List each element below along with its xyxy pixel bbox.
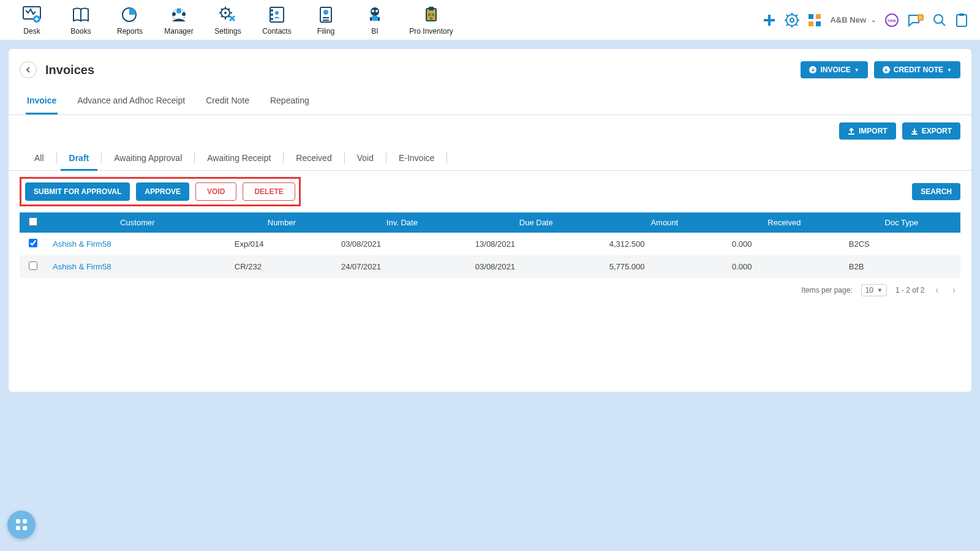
svg-rect-32: [816, 14, 821, 19]
nav-item-settings[interactable]: Settings: [208, 5, 247, 36]
svg-rect-21: [372, 16, 378, 21]
manager-icon: [169, 5, 189, 24]
tab-advance-adhoc[interactable]: Advance and Adhoc Receipt: [76, 92, 186, 114]
plus-circle-icon: +: [809, 66, 816, 73]
page-range: 1 - 2 of 2: [895, 286, 924, 294]
separator: [344, 152, 345, 163]
desk-icon: [22, 5, 42, 24]
customer-link[interactable]: Ashish & Firm58: [53, 262, 111, 271]
svg-rect-25: [429, 7, 434, 10]
tab-credit-note[interactable]: Credit Note: [205, 92, 251, 114]
nav-label: Reports: [117, 27, 143, 36]
caret-down-icon: ▼: [877, 287, 883, 293]
svg-rect-27: [432, 13, 434, 16]
nav-label: BI: [371, 27, 378, 36]
header-inv-date: Inv. Date: [335, 212, 469, 233]
svg-rect-33: [809, 21, 813, 26]
row-checkbox[interactable]: [29, 261, 37, 270]
gear-icon[interactable]: [785, 13, 799, 28]
separator: [101, 152, 102, 163]
table-header-row: Customer Number Inv. Date Due Date Amoun…: [20, 212, 960, 233]
approve-button[interactable]: APPROVE: [136, 182, 189, 201]
tab-invoice[interactable]: Invoice: [26, 92, 58, 114]
import-label: IMPORT: [859, 127, 888, 135]
per-page-select[interactable]: 10 ▼: [861, 284, 887, 296]
action-highlight-box: SUBMIT FOR APPROVAL APPROVE VOID DELETE: [20, 177, 301, 206]
submit-approval-button[interactable]: SUBMIT FOR APPROVAL: [25, 182, 130, 201]
export-label: EXPORT: [922, 127, 952, 135]
grid-icon: [15, 518, 28, 531]
search-button[interactable]: SEARCH: [912, 183, 960, 200]
cell-due-date: 03/08/2021: [469, 255, 603, 278]
nav-item-desk[interactable]: Desk: [12, 5, 51, 36]
nav-item-manager[interactable]: Manager: [159, 5, 198, 36]
void-button[interactable]: VOID: [195, 182, 236, 201]
prev-page-button[interactable]: ‹: [933, 285, 941, 296]
tab-e-invoice[interactable]: E-Invoice: [390, 152, 443, 164]
search-icon[interactable]: [932, 13, 947, 28]
credit-note-button[interactable]: + CREDIT NOTE ▼: [874, 61, 960, 78]
delete-button[interactable]: DELETE: [243, 182, 295, 201]
clipboard-icon[interactable]: [956, 13, 968, 28]
header-due-date: Due Date: [469, 212, 603, 233]
tab-awaiting-receipt[interactable]: Awaiting Receipt: [198, 152, 279, 164]
items-per-page-label: Items per page:: [801, 286, 852, 294]
invoice-button[interactable]: + INVOICE ▼: [801, 61, 867, 78]
settings-icon: [218, 5, 238, 24]
invoice-table: Customer Number Inv. Date Due Date Amoun…: [20, 212, 960, 278]
nav-item-filing[interactable]: Filing: [306, 5, 345, 36]
header-number: Number: [228, 212, 335, 233]
cell-inv-date: 24/07/2021: [335, 255, 469, 278]
tab-draft[interactable]: Draft: [61, 152, 98, 171]
tab-all[interactable]: All: [26, 152, 53, 164]
cell-inv-date: 03/08/2021: [335, 233, 469, 255]
new-badge-icon[interactable]: new: [884, 13, 899, 28]
separator: [56, 152, 57, 163]
floating-apps-button[interactable]: [7, 511, 36, 539]
nav-label: Settings: [214, 27, 241, 36]
apps-icon[interactable]: [808, 13, 821, 27]
svg-text:new: new: [888, 18, 896, 23]
nav-item-reports[interactable]: Reports: [110, 5, 149, 36]
notif-count: 0: [918, 14, 924, 21]
nav-item-contacts[interactable]: Contacts: [257, 5, 296, 36]
tab-void[interactable]: Void: [349, 152, 382, 164]
header-customer: Customer: [47, 212, 228, 233]
nav-item-books[interactable]: Books: [61, 5, 100, 36]
row-checkbox[interactable]: [29, 239, 37, 247]
notification-icon[interactable]: 0: [908, 13, 924, 28]
bi-icon: [365, 5, 385, 24]
org-selector[interactable]: A&B New ⌄: [830, 15, 876, 24]
export-button[interactable]: EXPORT: [902, 122, 960, 140]
tabs-main: Invoice Advance and Adhoc Receipt Credit…: [9, 84, 971, 115]
chevron-down-icon: ⌄: [871, 17, 876, 23]
nav-item-pro-inventory[interactable]: Pro Inventory: [404, 5, 458, 36]
inventory-icon: [421, 5, 441, 24]
tab-received[interactable]: Received: [287, 152, 340, 164]
svg-point-19: [372, 10, 374, 12]
nav-label: Pro Inventory: [409, 27, 453, 36]
customer-link[interactable]: Ashish & Firm58: [53, 239, 111, 249]
add-icon[interactable]: [763, 13, 776, 27]
filing-icon: [316, 5, 336, 24]
tab-repeating[interactable]: Repeating: [269, 92, 311, 114]
separator: [386, 152, 386, 163]
svg-rect-23: [378, 17, 380, 21]
next-page-button[interactable]: ›: [950, 285, 958, 296]
svg-point-15: [323, 10, 328, 15]
per-page-value: 10: [865, 286, 873, 294]
io-row: IMPORT EXPORT: [9, 115, 971, 143]
svg-point-10: [275, 11, 279, 15]
svg-point-8: [224, 12, 227, 14]
nav-label: Manager: [164, 27, 193, 36]
actions-row: SUBMIT FOR APPROVAL APPROVE VOID DELETE …: [9, 171, 971, 212]
svg-rect-16: [323, 17, 329, 18]
back-button[interactable]: [20, 61, 37, 78]
select-all-checkbox[interactable]: [29, 217, 37, 226]
cell-amount: 4,312.500: [603, 233, 726, 255]
nav-item-bi[interactable]: BI: [355, 5, 394, 36]
tab-awaiting-approval[interactable]: Awaiting Approval: [105, 152, 190, 164]
header-received: Received: [726, 212, 843, 233]
separator: [194, 152, 195, 163]
import-button[interactable]: IMPORT: [839, 122, 896, 140]
